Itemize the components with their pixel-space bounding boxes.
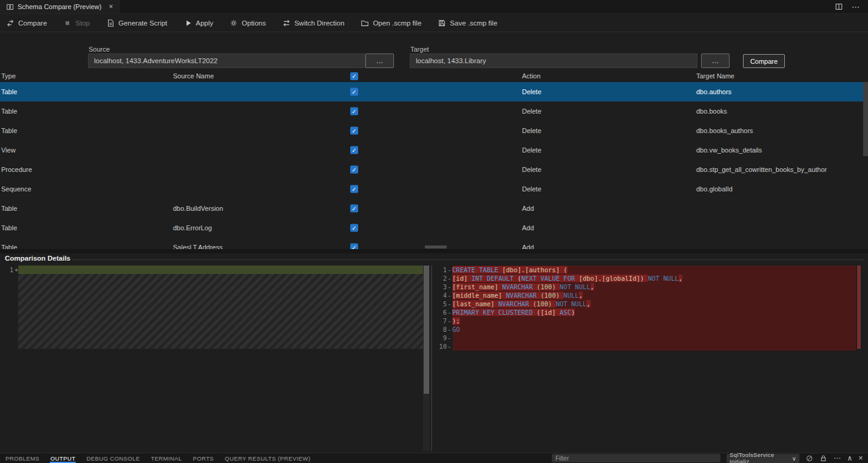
cell-type: Sequence bbox=[1, 185, 32, 193]
save-file-icon bbox=[438, 19, 446, 27]
table-row[interactable]: Table ✓ Delete dbo.books bbox=[0, 101, 863, 121]
options-button[interactable]: Options bbox=[229, 19, 266, 27]
toolbar-label: Switch Direction bbox=[294, 19, 344, 27]
panel-sash[interactable] bbox=[0, 249, 868, 253]
diff-target-pane[interactable]: 1-CREATE TABLE [dbo].[authors] ( 2-[id] … bbox=[432, 266, 856, 451]
diff-line-removed: 7-); bbox=[432, 317, 856, 325]
compare-button[interactable]: Compare bbox=[743, 54, 785, 68]
line-number: 1 bbox=[0, 266, 13, 274]
grid-header: Type Source Name ✓ Action Target Name bbox=[0, 71, 863, 82]
schema-compare-icon bbox=[6, 3, 14, 11]
table-row[interactable]: View ✓ Delete dbo.vw_books_details bbox=[0, 140, 863, 160]
include-checkbox[interactable]: ✓ bbox=[350, 244, 358, 250]
more-actions-icon[interactable]: ⋯ bbox=[852, 2, 860, 12]
save-scmp-button[interactable]: Save .scmp file bbox=[438, 19, 497, 27]
select-all-checkbox[interactable]: ✓ bbox=[350, 72, 358, 80]
compare-toolbar-button[interactable]: Compare bbox=[6, 19, 47, 27]
include-checkbox[interactable]: ✓ bbox=[350, 88, 358, 96]
cell-action: Add bbox=[522, 244, 534, 249]
grid-vertical-scrollbar[interactable] bbox=[863, 71, 868, 249]
table-row[interactable]: Table ✓ Delete dbo.authors bbox=[0, 82, 863, 101]
toolbar-label: Compare bbox=[18, 19, 47, 27]
details-divider bbox=[72, 259, 864, 260]
switch-direction-button[interactable]: Switch Direction bbox=[282, 19, 344, 27]
open-scmp-button[interactable]: Open .scmp file bbox=[361, 19, 421, 27]
removed-region-mark bbox=[857, 266, 861, 349]
include-checkbox[interactable]: ✓ bbox=[350, 108, 358, 115]
split-editor-icon[interactable] bbox=[835, 2, 843, 11]
include-checkbox[interactable]: ✓ bbox=[350, 224, 358, 232]
toolbar-label: Options bbox=[242, 19, 266, 27]
cell-action: Delete bbox=[522, 166, 541, 173]
column-header-type[interactable]: Type bbox=[1, 72, 16, 80]
overview-ruler[interactable] bbox=[856, 266, 862, 451]
generate-script-icon bbox=[106, 19, 115, 27]
column-header-source-name[interactable]: Source Name bbox=[173, 72, 214, 80]
cell-type: Table bbox=[1, 224, 17, 231]
tab-query-results[interactable]: QUERY RESULTS (PREVIEW) bbox=[219, 453, 316, 463]
more-actions-icon[interactable]: ⋯ bbox=[833, 454, 841, 462]
include-checkbox[interactable]: ✓ bbox=[350, 166, 358, 174]
lock-scroll-icon[interactable] bbox=[819, 454, 827, 462]
table-row[interactable]: Table dbo.BuildVersion ✓ Add bbox=[0, 199, 863, 218]
include-checkbox[interactable]: ✓ bbox=[350, 127, 358, 135]
include-checkbox[interactable]: ✓ bbox=[350, 185, 358, 193]
editor-tab-bar: Schema Compare (Preview) × ⋯ bbox=[0, 0, 868, 14]
removed-line-bg bbox=[453, 317, 856, 325]
cell-source-name: dbo.ErrorLog bbox=[173, 224, 212, 231]
include-checkbox[interactable]: ✓ bbox=[350, 205, 358, 213]
check-icon: ✓ bbox=[351, 108, 356, 114]
output-filter-input[interactable] bbox=[552, 454, 721, 462]
tab-terminal[interactable]: TERMINAL bbox=[146, 453, 188, 463]
tab-output[interactable]: OUTPUT bbox=[45, 453, 81, 463]
grid-horizontal-scrollbar-thumb[interactable] bbox=[425, 245, 447, 249]
source-connection-input[interactable]: localhost, 1433.AdventureWorksLT2022 bbox=[88, 53, 365, 68]
code-token: PRIMARY KEY CLUSTERED bbox=[452, 309, 537, 316]
code-token: NVARCHAR bbox=[498, 300, 533, 307]
removed-line-bg bbox=[453, 325, 856, 334]
editor-actions: ⋯ bbox=[835, 0, 868, 13]
diff-add-marker: + bbox=[13, 266, 19, 274]
maximize-panel-icon[interactable]: ∧ bbox=[847, 454, 852, 462]
generate-script-button[interactable]: Generate Script bbox=[106, 19, 168, 27]
cell-source-name: SalesLT.Address bbox=[173, 244, 223, 249]
target-connection-input[interactable]: localhost, 1433.Library bbox=[410, 53, 697, 68]
tab-debug-console[interactable]: DEBUG CONSOLE bbox=[81, 453, 145, 463]
close-panel-icon[interactable]: × bbox=[859, 454, 863, 462]
target-browse-button[interactable]: … bbox=[701, 53, 730, 68]
cell-action: Delete bbox=[522, 127, 541, 134]
table-row[interactable]: Table ✓ Delete dbo.books_authors bbox=[0, 121, 863, 140]
source-pane-scrollbar[interactable] bbox=[423, 266, 430, 451]
panel-tab-label: QUERY RESULTS (PREVIEW) bbox=[225, 455, 310, 462]
scrollbar-thumb[interactable] bbox=[424, 266, 429, 394]
diff-remove-marker: - bbox=[447, 325, 452, 334]
tab-ports[interactable]: PORTS bbox=[188, 453, 220, 463]
comparison-details-title: Comparison Details bbox=[5, 255, 70, 262]
column-header-target-name[interactable]: Target Name bbox=[696, 72, 734, 80]
tab-close-icon[interactable]: × bbox=[109, 2, 113, 11]
code-token: [dbo].[authors] ( bbox=[502, 266, 567, 273]
schema-compare-toolbar: Compare Stop Generate Script Apply Optio… bbox=[0, 14, 868, 32]
panel-tab-label: OUTPUT bbox=[50, 455, 75, 462]
apply-button[interactable]: Apply bbox=[184, 19, 214, 27]
code-token bbox=[502, 292, 506, 299]
output-channel-select[interactable]: SqlToolsService Initializ∨ bbox=[727, 454, 799, 463]
clear-output-icon[interactable] bbox=[805, 454, 813, 462]
diff-source-pane[interactable]: 1+ bbox=[0, 266, 431, 451]
scrollbar-thumb[interactable] bbox=[863, 82, 868, 156]
tab-problems[interactable]: PROBLEMS bbox=[0, 453, 45, 463]
code-token: ASC bbox=[556, 309, 571, 316]
toolbar-label: Generate Script bbox=[118, 19, 168, 27]
column-header-action[interactable]: Action bbox=[522, 72, 541, 80]
table-row[interactable]: Procedure ✓ Delete dbo.stp_get_all_cowri… bbox=[0, 160, 863, 179]
cell-target-name: dbo.stp_get_all_cowritten_books_by_autho… bbox=[696, 166, 827, 173]
code-token: NVARCHAR bbox=[502, 283, 537, 290]
include-checkbox[interactable]: ✓ bbox=[350, 146, 358, 154]
line-number: 2 bbox=[432, 274, 447, 283]
diff-remove-marker: - bbox=[447, 334, 452, 342]
source-browse-button[interactable]: … bbox=[365, 53, 394, 68]
tab-schema-compare[interactable]: Schema Compare (Preview) × bbox=[0, 0, 120, 13]
table-row[interactable]: Table dbo.ErrorLog ✓ Add bbox=[0, 218, 863, 238]
table-row[interactable]: Sequence ✓ Delete dbo.globalId bbox=[0, 179, 863, 199]
diff-remove-marker: - bbox=[447, 266, 452, 274]
